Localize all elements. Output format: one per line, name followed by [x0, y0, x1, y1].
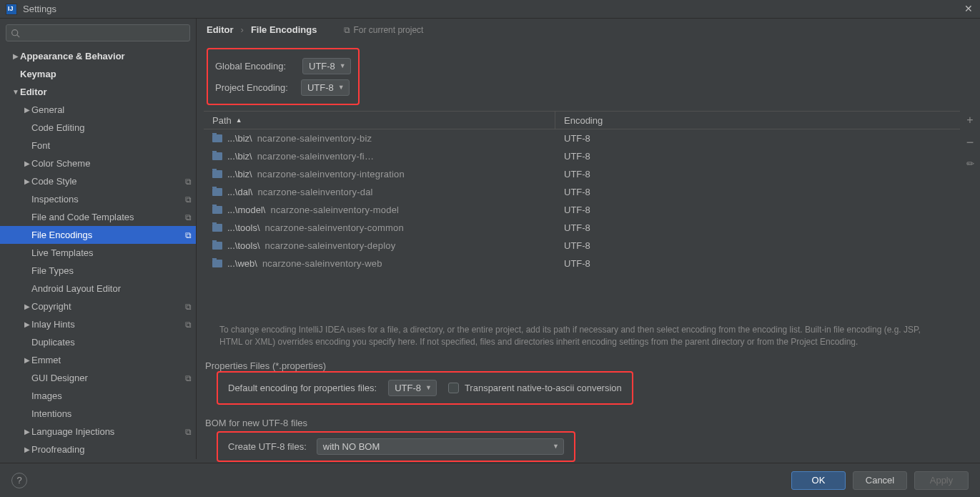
cell-path: ...\biz\ncarzone-saleinventory-fi…	[204, 151, 555, 162]
sidebar-item-general[interactable]: ▶General	[0, 101, 196, 119]
add-icon[interactable]: +	[966, 114, 973, 127]
global-project-encoding-group: Global Encoding: UTF-8 ▼ Project Encodin…	[207, 48, 360, 105]
properties-encoding-dropdown[interactable]: UTF-8 ▼	[388, 380, 437, 396]
chevron-down-icon: ▼	[425, 384, 432, 391]
sidebar-item-file-types[interactable]: File Types	[0, 262, 196, 280]
sidebar-item-label: Inspections	[31, 194, 185, 205]
sidebar-item-code-style[interactable]: ▶Code Style⧉	[0, 172, 196, 190]
sidebar-item-file-encodings[interactable]: File Encodings⧉	[0, 226, 196, 244]
table-row[interactable]: ...\biz\ncarzone-saleinventory-integrati…	[204, 165, 960, 183]
sidebar-item-label: Language Injections	[31, 426, 185, 437]
sidebar-item-gui-designer[interactable]: GUI Designer⧉	[0, 369, 196, 387]
close-icon[interactable]: ✕	[964, 3, 973, 14]
sidebar-item-copyright[interactable]: ▶Copyright⧉	[0, 297, 196, 315]
table-row[interactable]: ...\biz\ncarzone-saleinventory-bizUTF-8	[204, 129, 960, 147]
sidebar-item-keymap[interactable]: Keymap	[0, 65, 196, 83]
project-scope-icon: ⧉	[185, 177, 192, 187]
ok-button[interactable]: OK	[791, 471, 846, 490]
remove-icon[interactable]: −	[966, 139, 974, 145]
sidebar-item-label: Code Style	[31, 176, 185, 187]
edit-icon[interactable]: ✎	[964, 157, 976, 169]
sidebar-item-code-editing[interactable]: Code Editing	[0, 119, 196, 137]
sidebar-item-file-and-code-templates[interactable]: File and Code Templates⧉	[0, 208, 196, 226]
table-row[interactable]: ...\tools\ncarzone-saleinventory-commonU…	[204, 219, 960, 237]
sidebar-item-label: Copyright	[31, 301, 185, 312]
chevron-right-icon: ▶	[23, 159, 31, 167]
sidebar-item-inspections[interactable]: Inspections⧉	[0, 190, 196, 208]
sidebar-item-label: Code Editing	[31, 122, 192, 133]
sidebar-item-label: Font	[31, 140, 192, 151]
sidebar-item-duplicates[interactable]: Duplicates	[0, 333, 196, 351]
transparent-ascii-checkbox[interactable]	[448, 383, 459, 393]
folder-icon	[212, 260, 222, 267]
content-pane: Editor › File Encodings ⧉ For current pr…	[197, 19, 980, 459]
chevron-right-icon: ▶	[23, 177, 31, 185]
project-scope-icon: ⧉	[185, 195, 192, 205]
sidebar-item-android-layout-editor[interactable]: Android Layout Editor	[0, 280, 196, 297]
properties-encoding-label: Default encoding for properties files:	[228, 383, 377, 393]
breadcrumb: Editor › File Encodings ⧉ For current pr…	[207, 24, 980, 35]
project-scope-icon: ⧉	[185, 302, 192, 312]
sidebar-item-live-templates[interactable]: Live Templates	[0, 244, 196, 262]
help-icon[interactable]: ?	[11, 473, 27, 488]
sidebar-item-language-injections[interactable]: ▶Language Injections⧉	[0, 423, 196, 441]
table-row[interactable]: ...\biz\ncarzone-saleinventory-fi…UTF-8	[204, 147, 960, 165]
cell-path: ...\model\ncarzone-saleinventory-model	[204, 205, 555, 215]
cell-path: ...\web\ncarzone-saleinventory-web	[204, 258, 555, 269]
column-encoding[interactable]: Encoding	[555, 112, 960, 129]
table-row[interactable]: ...\tools\ncarzone-saleinventory-deployU…	[204, 237, 960, 255]
sidebar-item-images[interactable]: Images	[0, 387, 196, 405]
cancel-button[interactable]: Cancel	[853, 471, 907, 490]
sort-ascending-icon: ▲	[236, 117, 242, 124]
sidebar-item-label: Duplicates	[31, 337, 192, 348]
sidebar-item-label: Emmet	[31, 355, 192, 365]
project-scope-icon: ⧉	[185, 212, 192, 222]
cell-encoding: UTF-8	[555, 240, 960, 251]
sidebar-item-color-scheme[interactable]: ▶Color Scheme	[0, 154, 196, 172]
global-encoding-label: Global Encoding:	[215, 61, 286, 72]
chevron-down-icon: ▼	[338, 84, 345, 91]
encoding-help-text: To change encoding IntelliJ IDEA uses fo…	[204, 315, 960, 356]
sidebar-item-font[interactable]: Font	[0, 137, 196, 154]
folder-icon	[212, 134, 222, 142]
apply-button[interactable]: Apply	[914, 471, 969, 490]
table-header: Path ▲ Encoding	[204, 111, 960, 129]
copy-icon: ⧉	[344, 25, 350, 35]
sidebar-item-appearance-behavior[interactable]: ▶Appearance & Behavior	[0, 47, 196, 65]
sidebar-item-inlay-hints[interactable]: ▶Inlay Hints⧉	[0, 315, 196, 333]
titlebar: Settings ✕	[0, 0, 980, 19]
sidebar-item-label: Color Scheme	[31, 158, 192, 169]
sidebar-item-editor[interactable]: ▼Editor	[0, 83, 196, 101]
search-input[interactable]	[6, 24, 190, 41]
svg-line-1	[17, 34, 19, 36]
sidebar-item-intentions[interactable]: Intentions	[0, 405, 196, 423]
table-row[interactable]: ...\web\ncarzone-saleinventory-webUTF-8	[204, 255, 960, 272]
column-path[interactable]: Path ▲	[204, 112, 555, 129]
dialog-footer: ? OK Cancel Apply	[0, 463, 980, 497]
sidebar-item-label: Live Templates	[31, 247, 192, 258]
cell-path: ...\biz\ncarzone-saleinventory-biz	[204, 133, 555, 144]
chevron-right-icon: ▶	[23, 320, 31, 328]
sidebar-item-label: Proofreading	[31, 444, 192, 455]
chevron-right-icon: ›	[241, 24, 244, 35]
sidebar-item-emmet[interactable]: ▶Emmet	[0, 351, 196, 369]
cell-path: ...\biz\ncarzone-saleinventory-integrati…	[204, 169, 555, 179]
create-utf8-dropdown[interactable]: with NO BOM ▼	[317, 438, 564, 455]
encoding-table: Path ▲ Encoding ...\biz\ncarzone-saleinv…	[204, 111, 980, 356]
sidebar-item-proofreading[interactable]: ▶Proofreading	[0, 441, 196, 458]
project-scope-icon: ⧉	[185, 373, 192, 383]
sidebar-item-label: Appearance & Behavior	[20, 51, 192, 61]
global-encoding-dropdown[interactable]: UTF-8 ▼	[302, 58, 351, 74]
scope-hint: ⧉ For current project	[344, 25, 423, 35]
chevron-right-icon: ▶	[23, 446, 31, 453]
cell-encoding: UTF-8	[555, 151, 960, 162]
chevron-right-icon: ▶	[23, 428, 31, 436]
folder-icon	[212, 206, 222, 214]
project-encoding-dropdown[interactable]: UTF-8 ▼	[301, 79, 350, 96]
sidebar-item-label: File Types	[31, 265, 192, 276]
table-row[interactable]: ...\model\ncarzone-saleinventory-modelUT…	[204, 201, 960, 219]
table-row[interactable]: ...\dal\ncarzone-saleinventory-dalUTF-8	[204, 183, 960, 201]
folder-icon	[212, 242, 222, 250]
folder-icon	[212, 224, 222, 232]
bom-section-label: BOM for new UTF-8 files	[205, 418, 980, 428]
